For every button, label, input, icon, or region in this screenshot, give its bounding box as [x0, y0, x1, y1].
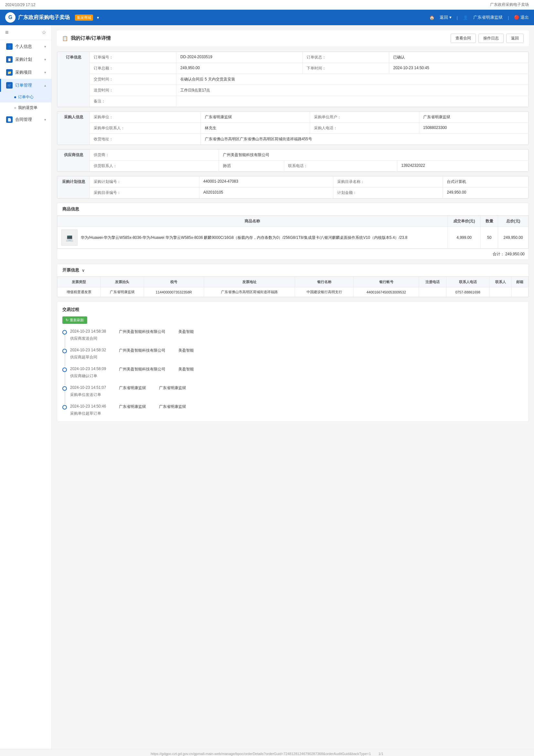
invoice-expand-icon[interactable]: ∨	[82, 268, 85, 273]
subtotal-label: 合计：	[493, 252, 504, 256]
procurement-project-arrow	[44, 70, 46, 75]
main-content: 📋 我的订单/订单详情 查看合同 操作日志 返回 订单信息 订单编号： DD-2…	[52, 25, 534, 749]
order-status-label: 订单状态：	[302, 52, 389, 63]
plan-no-label: 采购计划编号：	[90, 176, 199, 187]
invoice-taxno: 11440000073532358R	[144, 287, 204, 297]
plan-no-value: 440001-2024-47083	[199, 176, 333, 187]
buyer-user-label: 采购单位用户：	[310, 112, 419, 123]
refresh-button[interactable]: ↻ 重新刷新	[62, 316, 87, 324]
delivery-time-label: 交货时间：	[90, 74, 176, 85]
logo-icon: G	[5, 12, 15, 23]
goods-unit-price: 4,999.00	[447, 227, 480, 249]
supplier-name-label: 供货商：	[90, 149, 219, 161]
sidebar-sub-item-order-center[interactable]: 订单中心	[0, 92, 51, 102]
my-returns-dot	[14, 107, 16, 109]
page-title-text: 我的订单/订单详情	[71, 35, 111, 41]
footer-url: https://gdgpo.czt.gd.gov.cn/gpmall-main-…	[151, 752, 371, 756]
timeline-time-5: 2024-10-23 14:50:46	[70, 404, 106, 410]
sidebar-sub-item-my-returns[interactable]: 我的退货单	[0, 102, 51, 113]
timeline-header-1: 2024-10-23 14:58:38 广州美盈智能科技有限公司 美盈智能	[70, 329, 523, 335]
invoice-col-type: 发票类型	[58, 277, 101, 287]
procurement-plan-arrow	[44, 58, 46, 62]
procurement-plan-section-label: 采购计划信息	[58, 176, 90, 199]
timeline-name-1: 美盈智能	[178, 329, 194, 335]
view-contract-button[interactable]: 查看合同	[451, 34, 476, 43]
invoice-col-bank-name: 银行名称	[294, 277, 354, 287]
timeline-line-2	[64, 353, 65, 366]
page-header: 📋 我的订单/订单详情 查看合同 操作日志 返回	[57, 30, 529, 46]
goods-image: 💻	[62, 230, 78, 246]
invoice-col-contact-phone: 联系人电话	[446, 277, 490, 287]
timeline-dot-1	[62, 330, 67, 335]
invoice-col-reg-phone: 注册电话	[419, 277, 446, 287]
order-no-value: DD-2024-2033519	[176, 52, 303, 63]
top-bar: 2024/10/29 17:12 广东政府采购电子卖场	[0, 0, 534, 10]
timeline-org-2: 广州美盈智能科技有限公司	[119, 348, 165, 353]
buyer-info-card: 采购人信息 采购单位： 广东省明康监狱 采购单位用户： 广东省明康监狱 采购单位…	[57, 111, 529, 145]
contract-management-icon: 📄	[6, 116, 13, 123]
catalog-name-label: 采购目录名称：	[333, 176, 443, 187]
header: G 广东政府采购电子卖场 集采商城 ▾ 🏠 返回 ▾ | 👤 广东省明康监狱 |…	[0, 10, 534, 25]
logo-text: 广东政府采购电子卖场	[18, 14, 70, 21]
invoice-col-bank-account: 银行帐号	[354, 277, 419, 287]
timeline-dot-4	[62, 386, 67, 391]
timeline-item-3: 2024-10-23 14:58:09 广州美盈智能科技有限公司 美盈智能 供应…	[70, 366, 523, 385]
sidebar-label-procurement-project: 采购项目	[15, 69, 32, 75]
timeline-item-2: 2024-10-23 14:58:32 广州美盈智能科技有限公司 美盈智能 供应…	[70, 348, 523, 366]
goods-total-row: 合计： 249,950.00	[57, 249, 528, 259]
top-datetime: 2024/10/29 17:12	[5, 3, 35, 7]
nav-user-icon: 👤	[463, 15, 468, 20]
invoice-col-header: 发票抬头	[100, 277, 144, 287]
order-info-table: 订单信息 订单编号： DD-2024-2033519 订单状态： 已确认 订单总…	[57, 52, 528, 107]
timeline-time-1: 2024-10-23 14:58:38	[70, 329, 106, 335]
buyer-info-table: 采购人信息 采购单位： 广东省明康监狱 采购单位用户： 广东省明康监狱 采购单位…	[57, 112, 528, 145]
timeline-item-1: 2024-10-23 14:58:38 广州美盈智能科技有限公司 美盈智能 供应…	[70, 329, 523, 348]
supplier-phone-value: 13924232022	[397, 161, 528, 172]
header-dropdown-icon[interactable]: ▾	[97, 15, 99, 20]
page-title-icon: 📋	[62, 36, 68, 41]
timeline-org-3: 广州美盈智能科技有限公司	[119, 366, 165, 372]
invoice-title: 开票信息	[62, 267, 79, 273]
invoice-section: 开票信息 ∨ 发票类型 发票抬头 税号 发票地址 银行名称 银行帐号 注册电话 …	[57, 264, 529, 297]
goods-header-total: 总价(元)	[498, 216, 528, 227]
invoice-header: 开票信息 ∨	[57, 264, 528, 277]
operation-log-button[interactable]: 操作日志	[478, 34, 504, 43]
sidebar-item-personal[interactable]: 👤 个人信息	[0, 40, 51, 53]
goods-quantity: 50	[481, 227, 498, 249]
catalog-no-value: A02010105	[199, 187, 333, 199]
sidebar-item-procurement-plan[interactable]: 📋 采购计划	[0, 53, 51, 66]
buyer-user-value: 广东省明康监狱	[419, 112, 528, 123]
order-center-dot	[14, 96, 16, 98]
table-row: 💻 华为/Huawei-华为擎云W585x-8036-华为/Huawei 华为擎…	[58, 227, 528, 249]
plan-amount-label: 计划金额：	[333, 187, 443, 199]
order-no-label: 订单编号：	[90, 52, 176, 63]
nav-back[interactable]: 返回 ▾	[440, 14, 452, 20]
refresh-icon: ↻	[65, 318, 68, 322]
sidebar-star-icon[interactable]: ☆	[42, 29, 46, 36]
order-management-arrow	[44, 83, 46, 88]
timeline-header-4: 2024-10-23 14:51:07 广东省明康监狱 广东省明康监狱	[70, 385, 523, 391]
invoice-header-val: 广东省明康监狱	[100, 287, 144, 297]
remark-value	[176, 96, 528, 107]
sidebar-item-contract-management[interactable]: 📄 合同管理	[0, 113, 51, 126]
timeline-dot-5	[62, 405, 67, 410]
page-actions: 查看合同 操作日志 返回	[451, 34, 524, 43]
sidebar-label-personal: 个人信息	[15, 44, 32, 49]
timeline-item-4: 2024-10-23 14:51:07 广东省明康监狱 广东省明康监狱 采购单位…	[70, 385, 523, 404]
sidebar-item-procurement-project[interactable]: 📁 采购项目	[0, 66, 51, 79]
back-button[interactable]: 返回	[506, 34, 524, 43]
sidebar-item-order-management[interactable]: 🛒 订单管理	[0, 79, 51, 92]
sidebar-label-contract-management: 合同管理	[15, 117, 32, 122]
procurement-plan-card: 采购计划信息 采购计划编号： 440001-2024-47083 采购目录名称：…	[57, 176, 529, 199]
timeline-header-3: 2024-10-23 14:58:09 广州美盈智能科技有限公司 美盈智能	[70, 366, 523, 372]
nav-logout[interactable]: 🔴 退出	[514, 14, 529, 20]
timeline-action-3: 供应商确认订单	[70, 373, 523, 379]
nav-home-icon: 🏠	[429, 15, 435, 20]
supplier-info-card: 供应商信息 供货商： 广州美盈智能科技有限公司 供货联系人： 孙滔 联系电话： …	[57, 149, 529, 172]
invoice-bank-name: 中国建设银行高明支行	[294, 287, 354, 297]
invoice-email	[511, 287, 528, 297]
sidebar-menu-icon[interactable]: ≡	[5, 29, 9, 36]
order-status-value: 已确认	[389, 52, 528, 63]
goods-table: 商品名称 成交单价(元) 数量 总价(元) 💻 华为/	[57, 216, 528, 249]
order-time-value: 2024-10-23 14:50:45	[389, 63, 528, 74]
